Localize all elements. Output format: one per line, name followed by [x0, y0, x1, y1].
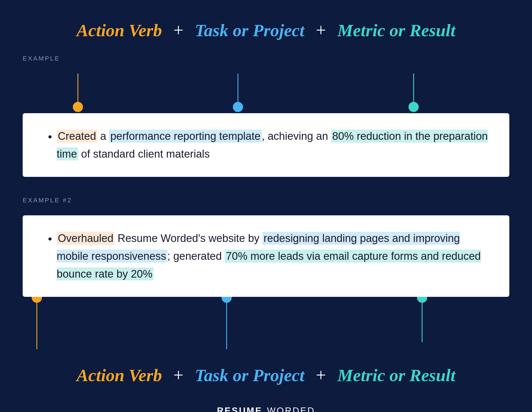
- example1-connector-svg: [23, 74, 509, 113]
- example2-connector-svg: [23, 297, 509, 359]
- example2-text-middle: ; generated: [167, 250, 225, 262]
- page-container: Action Verb + Task or Project + Metric o…: [0, 0, 532, 412]
- example1-diagram: Created a performance reporting template…: [23, 74, 509, 177]
- svg-point-1: [73, 102, 83, 112]
- example1-action-verb: Created: [57, 130, 97, 143]
- top-metric-label: Metric or Result: [337, 20, 456, 40]
- example2-text-between: Resume Worded's website by: [114, 232, 262, 244]
- example1-label: EXAMPLE: [23, 55, 509, 62]
- example1-text-between: a: [97, 130, 109, 142]
- example1-card: Created a performance reporting template…: [23, 113, 509, 177]
- bottom-plus-2: +: [316, 365, 326, 386]
- example1-text-middle: , achieving an: [262, 130, 331, 142]
- svg-point-7: [32, 297, 42, 303]
- svg-point-5: [408, 102, 419, 112]
- top-plus-1: +: [173, 20, 184, 41]
- svg-point-11: [417, 297, 427, 303]
- top-plus-2: +: [316, 20, 326, 41]
- example2-label: EXAMPLE #2: [23, 197, 509, 204]
- top-task-label: Task or Project: [195, 20, 305, 40]
- branding-section: RESUME WORDED: [217, 405, 315, 412]
- example2-bullet: Overhauled Resume Worded's website by re…: [57, 229, 492, 283]
- example2-diagram: Overhauled Resume Worded's website by re…: [23, 215, 509, 359]
- top-action-verb-label: Action Verb: [76, 20, 162, 40]
- bottom-action-verb-label: Action Verb: [76, 365, 162, 385]
- brand-worded: WORDED: [267, 405, 315, 412]
- brand-resume: RESUME: [217, 405, 263, 412]
- example1-text-end: of standard client materials: [78, 148, 210, 160]
- top-formula-row: Action Verb + Task or Project + Metric o…: [23, 14, 509, 46]
- svg-point-9: [222, 297, 232, 303]
- full-layout: EXAMPLE Cr: [23, 46, 509, 391]
- svg-point-3: [233, 102, 243, 112]
- bottom-metric-label: Metric or Result: [337, 365, 456, 385]
- example1-task: performance reporting template: [109, 130, 261, 143]
- bottom-formula-row: Action Verb + Task or Project + Metric o…: [23, 359, 509, 391]
- example1-bullet: Created a performance reporting template…: [57, 127, 492, 163]
- example2-action-verb: Overhauled: [57, 232, 114, 245]
- bottom-plus-1: +: [173, 365, 184, 386]
- bottom-task-label: Task or Project: [195, 365, 305, 385]
- example2-card: Overhauled Resume Worded's website by re…: [23, 215, 509, 297]
